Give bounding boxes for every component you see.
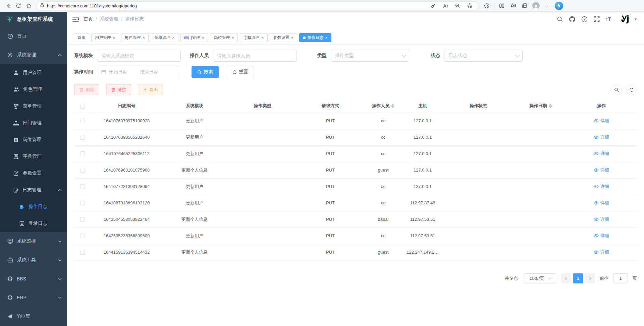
detail-link[interactable]: 详细: [594, 184, 609, 190]
tab-post-mgmt[interactable]: 岗位管理×: [210, 33, 238, 42]
detail-link[interactable]: 详细: [594, 167, 609, 173]
col-date[interactable]: 操作日期: [516, 99, 566, 113]
tab-close-icon[interactable]: ×: [113, 36, 115, 40]
extensions-icon[interactable]: [482, 1, 492, 10]
sidebar-item-login-log[interactable]: 登录日志: [0, 215, 67, 232]
module-filter-input[interactable]: [101, 53, 176, 58]
table-search-toggle-button[interactable]: [611, 84, 622, 95]
help-icon[interactable]: [581, 16, 588, 22]
sidebar-item-bbs[interactable]: BBS: [0, 269, 67, 288]
date-range-picker[interactable]: 开始日期 - 结束日期: [97, 66, 179, 78]
tab-close-icon[interactable]: ×: [325, 36, 328, 40]
sidebar-item-erp[interactable]: ERP: [0, 288, 67, 307]
row-checkbox[interactable]: [80, 184, 85, 189]
tab-close-icon[interactable]: ×: [172, 36, 175, 40]
tab-role-mgmt[interactable]: 角色管理×: [121, 33, 149, 42]
row-checkbox[interactable]: [80, 168, 85, 173]
home-icon[interactable]: [23, 1, 34, 10]
sidebar-item-user-mgmt[interactable]: 用户管理: [0, 64, 67, 81]
user-logo-avatar[interactable]: Ꮍj: [619, 14, 631, 24]
tab-menu-mgmt[interactable]: 菜单管理×: [151, 33, 178, 42]
sidebar-item-system-mgmt[interactable]: 系统管理: [0, 46, 67, 64]
detail-link[interactable]: 详细: [594, 200, 609, 206]
refresh-icon[interactable]: [13, 1, 23, 10]
sidebar-item-role-mgmt[interactable]: 角色管理: [0, 81, 67, 98]
tab-dept-mgmt[interactable]: 部门管理×: [180, 33, 208, 42]
tab-operation-log[interactable]: 操作日志×: [299, 33, 331, 42]
sidebar-item-system-tools[interactable]: 系统工具: [0, 251, 67, 269]
page-size-select[interactable]: 10条/页: [524, 273, 556, 283]
detail-link[interactable]: 详细: [594, 151, 609, 157]
sidebar-item-home[interactable]: 首页: [0, 27, 67, 46]
collections-icon[interactable]: [520, 1, 530, 10]
search-button[interactable]: 搜索: [192, 66, 219, 78]
breadcrumb-item[interactable]: 首页: [84, 16, 93, 22]
tab-home[interactable]: 首页: [74, 33, 89, 42]
sidebar-item-dept-mgmt[interactable]: 部门管理: [0, 115, 67, 131]
address-bar[interactable]: https://ccnetcore.com:1101/system/log/op…: [36, 1, 478, 10]
operator-filter-input[interactable]: [217, 53, 292, 58]
row-checkbox[interactable]: [80, 201, 85, 205]
search-icon[interactable]: [557, 16, 563, 22]
sidebar-item-menu-mgmt[interactable]: 菜单管理: [0, 98, 67, 115]
tab-user-mgmt[interactable]: 用户管理×: [91, 33, 119, 42]
col-operator[interactable]: 操作人员: [362, 99, 404, 113]
sidebar-item-system-monitor[interactable]: 系统监控: [0, 232, 67, 251]
row-checkbox[interactable]: [80, 151, 85, 156]
sidebar-item-yi-framework[interactable]: Yi框架: [0, 307, 67, 326]
row-checkbox[interactable]: [80, 217, 85, 222]
tab-close-icon[interactable]: ×: [202, 36, 205, 40]
password-key-icon[interactable]: [428, 1, 438, 10]
row-checkbox[interactable]: [80, 234, 85, 238]
row-checkbox[interactable]: [80, 250, 85, 255]
zoom-out-icon[interactable]: [452, 1, 463, 10]
status-filter-select[interactable]: 日志状态: [444, 50, 523, 62]
github-icon[interactable]: [569, 16, 575, 22]
sidebar-item-operation-log[interactable]: 操作日志: [0, 198, 67, 215]
read-aloud-icon[interactable]: [440, 1, 450, 10]
bing-chat-icon[interactable]: b: [554, 1, 564, 10]
next-page-button[interactable]: [585, 273, 595, 283]
fullscreen-icon[interactable]: [594, 16, 600, 22]
page-number-current[interactable]: 1: [573, 273, 583, 283]
detail-link[interactable]: 详细: [594, 249, 609, 255]
table-refresh-button[interactable]: [626, 84, 637, 95]
profile-avatar[interactable]: [531, 1, 541, 10]
back-icon[interactable]: [3, 1, 13, 10]
goto-page-input[interactable]: [613, 273, 628, 283]
split-screen-icon[interactable]: [497, 1, 507, 10]
export-button[interactable]: 导出: [138, 84, 163, 95]
favorites-bar-icon[interactable]: [508, 1, 518, 10]
user-menu-caret-icon[interactable]: ▼: [634, 17, 637, 21]
sidebar-item-dict-mgmt[interactable]: 字典管理: [0, 148, 67, 165]
sidebar-item-param-settings[interactable]: 参数设置: [0, 165, 67, 182]
breadcrumb-item[interactable]: 系统管理: [100, 16, 118, 22]
favorite-add-icon[interactable]: [465, 1, 475, 10]
tab-close-icon[interactable]: ×: [261, 36, 264, 40]
prev-page-button[interactable]: [561, 273, 571, 283]
row-checkbox[interactable]: [80, 119, 85, 123]
sort-icon[interactable]: [391, 104, 394, 108]
tab-close-icon[interactable]: ×: [291, 36, 294, 40]
font-size-icon[interactable]: TT: [606, 16, 613, 22]
detail-link[interactable]: 详细: [594, 216, 609, 222]
detail-link[interactable]: 详细: [594, 134, 609, 140]
sidebar-fold-icon[interactable]: [72, 16, 79, 22]
tab-param-settings[interactable]: 参数设置×: [270, 33, 298, 42]
tab-close-icon[interactable]: ×: [231, 36, 234, 40]
detail-link[interactable]: 详细: [594, 233, 609, 239]
tab-dict-mgmt[interactable]: 字典管理×: [240, 33, 268, 42]
browser-menu-icon[interactable]: ⋯: [542, 1, 552, 10]
chevron-down-icon: [58, 297, 62, 299]
sidebar-item-log-mgmt[interactable]: 日志管理: [0, 182, 67, 198]
clear-button[interactable]: 清空: [106, 84, 131, 95]
sidebar-item-post-mgmt[interactable]: 岗位管理: [0, 131, 67, 148]
tab-close-icon[interactable]: ×: [143, 36, 145, 40]
type-filter-select[interactable]: 操作类型: [331, 50, 409, 62]
select-all-checkbox[interactable]: [80, 104, 85, 109]
reset-button[interactable]: 重置: [227, 66, 254, 78]
detail-link[interactable]: 详细: [594, 118, 609, 124]
sort-icon[interactable]: [549, 104, 552, 108]
delete-button[interactable]: 删除: [74, 84, 99, 95]
row-checkbox[interactable]: [80, 135, 85, 140]
